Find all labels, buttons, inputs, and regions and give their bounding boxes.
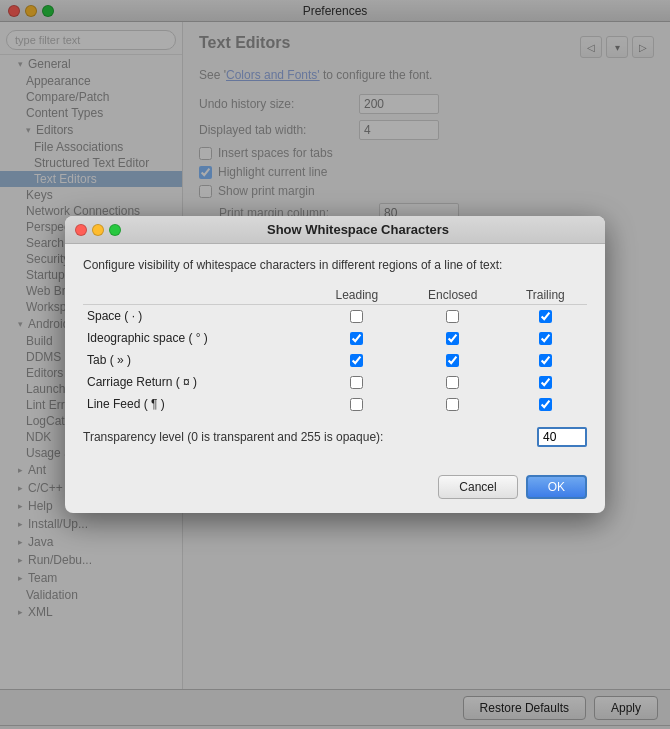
row-4-trailing	[504, 393, 587, 415]
row-3-enclosed	[402, 371, 504, 393]
whitespace-table: Leading Enclosed Trailing Space ( · )Ide…	[83, 286, 587, 415]
row-2-label: Tab ( » )	[83, 349, 312, 371]
checkbox-1-trailing[interactable]	[539, 332, 552, 345]
row-4-enclosed	[402, 393, 504, 415]
row-4-label: Line Feed ( ¶ )	[83, 393, 312, 415]
modal-description: Configure visibility of whitespace chara…	[83, 258, 587, 272]
row-0-enclosed	[402, 305, 504, 328]
row-0-leading	[312, 305, 402, 328]
modal-overlay: Show Whitespace Characters Configure vis…	[0, 0, 670, 729]
checkbox-2-enclosed[interactable]	[446, 354, 459, 367]
row-4-leading	[312, 393, 402, 415]
row-0-label: Space ( · )	[83, 305, 312, 328]
row-2-trailing	[504, 349, 587, 371]
table-row: Line Feed ( ¶ )	[83, 393, 587, 415]
row-2-enclosed	[402, 349, 504, 371]
transparency-input[interactable]	[537, 427, 587, 447]
modal-dialog: Show Whitespace Characters Configure vis…	[65, 216, 605, 513]
table-row: Carriage Return ( ¤ )	[83, 371, 587, 393]
row-1-label: Ideographic space ( ° )	[83, 327, 312, 349]
checkbox-4-trailing[interactable]	[539, 398, 552, 411]
checkbox-0-enclosed[interactable]	[446, 310, 459, 323]
row-1-enclosed	[402, 327, 504, 349]
checkbox-3-trailing[interactable]	[539, 376, 552, 389]
col-header-label	[83, 286, 312, 305]
checkbox-3-enclosed[interactable]	[446, 376, 459, 389]
modal-max-button[interactable]	[109, 224, 121, 236]
col-header-trailing: Trailing	[504, 286, 587, 305]
modal-cancel-button[interactable]: Cancel	[438, 475, 517, 499]
col-header-enclosed: Enclosed	[402, 286, 504, 305]
row-2-leading	[312, 349, 402, 371]
transparency-label: Transparency level (0 is transparent and…	[83, 430, 537, 444]
checkbox-1-enclosed[interactable]	[446, 332, 459, 345]
table-row: Space ( · )	[83, 305, 587, 328]
table-row: Ideographic space ( ° )	[83, 327, 587, 349]
modal-window-controls[interactable]	[75, 224, 121, 236]
row-3-leading	[312, 371, 402, 393]
row-1-leading	[312, 327, 402, 349]
checkbox-1-leading[interactable]	[350, 332, 363, 345]
col-header-leading: Leading	[312, 286, 402, 305]
checkbox-0-leading[interactable]	[350, 310, 363, 323]
checkbox-3-leading[interactable]	[350, 376, 363, 389]
checkbox-4-enclosed[interactable]	[446, 398, 459, 411]
table-row: Tab ( » )	[83, 349, 587, 371]
checkbox-0-trailing[interactable]	[539, 310, 552, 323]
modal-title: Show Whitespace Characters	[121, 222, 595, 237]
modal-footer: Cancel OK	[65, 475, 605, 513]
checkbox-2-leading[interactable]	[350, 354, 363, 367]
modal-min-button[interactable]	[92, 224, 104, 236]
row-3-label: Carriage Return ( ¤ )	[83, 371, 312, 393]
transparency-row: Transparency level (0 is transparent and…	[83, 427, 587, 447]
row-3-trailing	[504, 371, 587, 393]
modal-close-button[interactable]	[75, 224, 87, 236]
checkbox-2-trailing[interactable]	[539, 354, 552, 367]
modal-ok-button[interactable]: OK	[526, 475, 587, 499]
checkbox-4-leading[interactable]	[350, 398, 363, 411]
modal-title-bar: Show Whitespace Characters	[65, 216, 605, 244]
modal-body: Configure visibility of whitespace chara…	[65, 244, 605, 475]
row-0-trailing	[504, 305, 587, 328]
row-1-trailing	[504, 327, 587, 349]
